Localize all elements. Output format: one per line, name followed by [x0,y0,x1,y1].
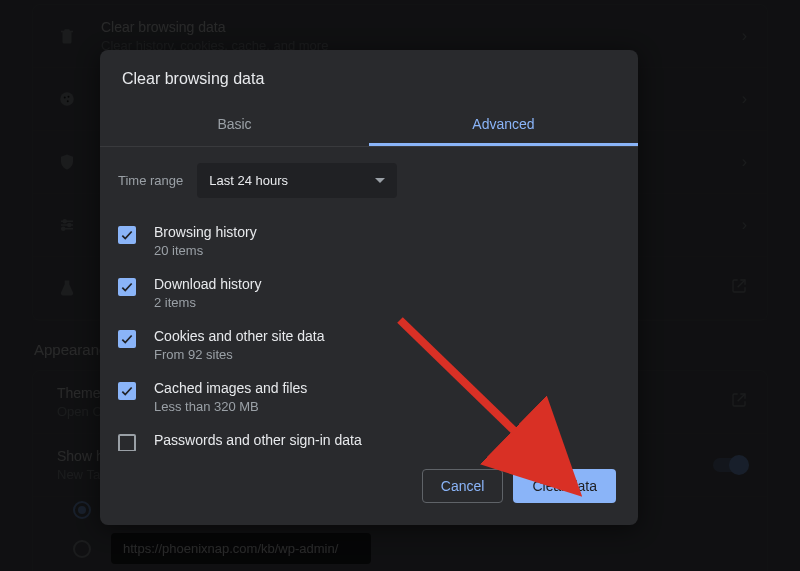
dialog-footer: Cancel Clear data [100,451,638,525]
dialog-tabs: Basic Advanced [100,104,638,147]
checkbox[interactable] [118,226,136,244]
select-value: Last 24 hours [209,173,288,188]
option-label: Cookies and other site data [154,328,324,344]
clear-browsing-data-dialog: Clear browsing data Basic Advanced Time … [100,50,638,525]
option-cached[interactable]: Cached images and files Less than 320 MB [118,372,620,424]
option-cookies[interactable]: Cookies and other site data From 92 site… [118,320,620,372]
time-range-select[interactable]: Last 24 hours [197,163,397,198]
checkbox[interactable] [118,330,136,348]
option-label: Cached images and files [154,380,307,396]
option-sublabel: Less than 320 MB [154,399,307,414]
option-sublabel: From 92 sites [154,347,324,362]
option-browsing-history[interactable]: Browsing history 20 items [118,216,620,268]
option-label: Passwords and other sign-in data [154,432,362,448]
dialog-body[interactable]: Time range Last 24 hours Browsing histor… [100,147,638,451]
checkbox[interactable] [118,278,136,296]
dialog-title: Clear browsing data [100,50,638,104]
option-download-history[interactable]: Download history 2 items [118,268,620,320]
option-sublabel: 2 items [154,295,261,310]
time-range-label: Time range [118,173,183,188]
option-sublabel: 20 items [154,243,257,258]
tab-basic[interactable]: Basic [100,104,369,146]
checkbox[interactable] [118,434,136,451]
clear-data-button[interactable]: Clear data [513,469,616,503]
checkbox[interactable] [118,382,136,400]
option-label: Browsing history [154,224,257,240]
tab-advanced[interactable]: Advanced [369,104,638,146]
option-label: Download history [154,276,261,292]
option-passwords[interactable]: Passwords and other sign-in data None [118,424,620,451]
chevron-down-icon [375,178,385,183]
cancel-button[interactable]: Cancel [422,469,504,503]
